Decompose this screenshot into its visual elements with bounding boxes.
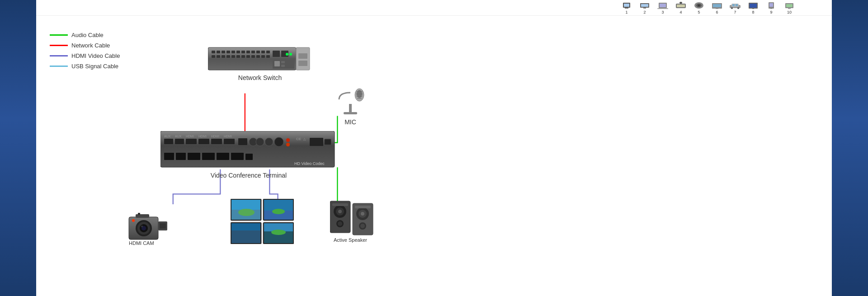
network-switch: Network Switch [208,45,312,81]
svg-rect-31 [786,4,793,7]
svg-point-90 [286,143,290,146]
svg-rect-44 [251,51,255,53]
svg-rect-8 [657,8,668,9]
svg-text:HDMI: HDMI [186,135,194,138]
svg-rect-29 [770,9,772,9]
svg-text:AUX: AUX [175,135,182,138]
svg-rect-135 [231,230,260,243]
svg-rect-20 [732,4,735,6]
svg-point-89 [286,138,290,142]
top-device-10: 10 [783,1,796,14]
svg-rect-57 [256,55,260,58]
svg-rect-42 [241,51,245,53]
mic-label: MIC [344,118,356,126]
svg-rect-83 [224,139,235,144]
top-device-9-label: 9 [770,10,772,14]
svg-text:HDMI: HDMI [198,135,207,138]
svg-point-152 [360,224,365,228]
svg-point-128 [238,209,255,216]
svg-point-14 [698,5,700,6]
svg-rect-50 [222,55,225,58]
svg-rect-48 [212,55,215,58]
top-device-8: 8 [747,1,760,14]
mic-icon [330,81,371,117]
svg-rect-69 [298,53,307,59]
top-device-6-label: 6 [716,10,718,14]
svg-rect-7 [660,4,666,7]
top-device-7-label: 7 [734,10,736,14]
svg-text:HD Video Codec: HD Video Codec [294,161,325,166]
top-device-5: 5 [693,1,705,14]
svg-rect-59 [266,55,270,58]
svg-rect-47 [266,51,270,53]
top-device-9: 9 [765,1,778,14]
svg-point-132 [272,209,285,214]
svg-rect-56 [251,55,255,58]
top-device-1: 1 [620,1,633,14]
svg-rect-16 [713,4,721,7]
speaker-icon: Active Speaker [330,199,375,244]
top-bar: 1 2 3 [36,0,832,16]
svg-point-66 [286,53,288,56]
svg-rect-70 [298,61,307,66]
svg-rect-1 [624,4,629,7]
svg-rect-40 [231,51,235,53]
svg-rect-41 [236,51,240,53]
svg-rect-122 [160,223,166,229]
audio-line-icon [50,34,68,36]
svg-rect-73 [164,139,173,144]
active-speaker-device: Active Speaker [330,199,375,244]
svg-rect-51 [226,55,230,58]
svg-point-23 [737,7,739,9]
svg-rect-26 [752,9,754,9]
display-icon [231,199,294,244]
svg-rect-84 [238,138,247,145]
video-conference-terminal: AUX AUX HDMI HDMI HDMI HDMI [160,131,337,179]
svg-rect-96 [176,153,186,160]
svg-rect-52 [231,55,235,58]
svg-rect-79 [198,139,209,144]
svg-rect-36 [212,51,215,53]
hdmi-cam-device: HDMI CAM [127,208,172,249]
svg-rect-153 [355,206,371,208]
svg-rect-39 [226,51,230,53]
svg-rect-101 [245,154,253,160]
svg-rect-43 [246,51,250,53]
svg-rect-10 [677,5,685,7]
svg-text:HDMI: HDMI [224,135,232,138]
svg-rect-32 [788,8,791,9]
svg-text:HDMI: HDMI [211,135,219,138]
display-device [231,199,294,244]
svg-rect-53 [236,55,240,58]
main-content: 1 2 3 [36,0,832,296]
svg-rect-17 [716,9,718,9]
svg-text:CE: CE [296,137,301,141]
svg-rect-100 [231,153,244,160]
svg-rect-81 [211,139,222,144]
svg-rect-77 [186,139,197,144]
svg-point-88 [274,137,283,146]
diagram: Network Switch AUX AUX HDMI [72,18,796,296]
svg-rect-25 [750,4,757,8]
svg-point-11 [679,2,682,4]
svg-rect-120 [138,213,140,215]
svg-point-143 [338,210,342,213]
svg-point-67 [289,53,292,56]
svg-point-139 [271,230,286,235]
svg-point-150 [361,212,364,216]
svg-rect-98 [202,153,215,160]
top-device-2-label: 2 [643,10,646,14]
top-device-6: 6 [711,1,723,14]
svg-rect-58 [261,55,265,58]
svg-rect-119 [136,214,149,218]
svg-rect-49 [217,55,220,58]
svg-rect-64 [281,61,285,63]
left-sidebar [0,0,36,296]
svg-rect-55 [246,55,250,58]
top-device-7: 7 [729,1,741,14]
svg-rect-38 [222,51,225,53]
svg-rect-63 [274,61,280,66]
svg-rect-4 [641,4,648,7]
svg-rect-21 [736,4,738,6]
top-device-4-label: 4 [679,10,682,14]
